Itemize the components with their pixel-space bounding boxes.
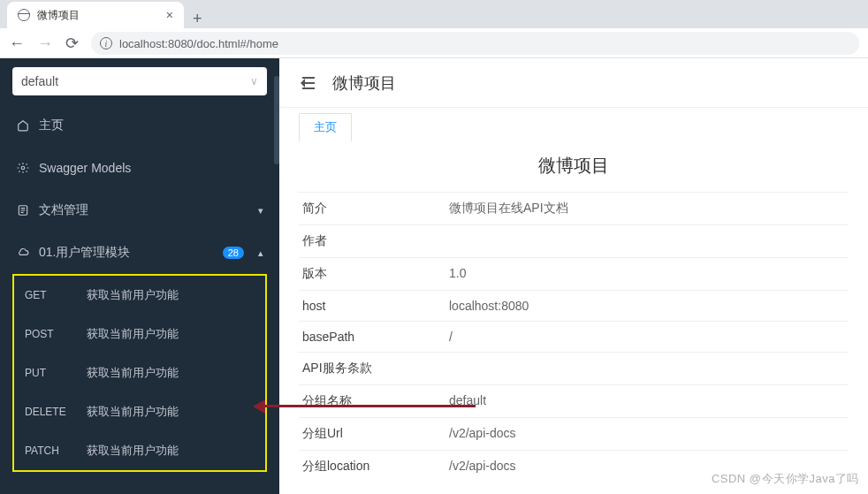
chevron-up-icon: ▴	[258, 247, 263, 259]
svg-point-0	[21, 166, 25, 170]
browser-toolbar: ← → ⟳ i localhost:8080/doc.html#/home	[0, 28, 868, 58]
browser-chrome: 微博项目 × + ← → ⟳ i localhost:8080/doc.html…	[0, 0, 868, 58]
tabs-row: 主页	[279, 108, 868, 141]
new-tab-button[interactable]: +	[184, 10, 211, 28]
reload-button[interactable]: ⟳	[65, 34, 79, 53]
info-label: 作者	[299, 233, 449, 249]
docs-icon	[16, 203, 30, 217]
cloud-icon	[16, 246, 30, 260]
info-row: basePath/	[299, 321, 849, 352]
chevron-down-icon: ▾	[258, 205, 263, 217]
info-row: API服务条款	[299, 352, 849, 384]
api-name: 获取当前用户功能	[87, 365, 179, 381]
info-row: 作者	[299, 224, 849, 257]
forward-button[interactable]: →	[37, 34, 53, 53]
page-title: 微博项目	[299, 154, 849, 178]
tab-label: 主页	[314, 120, 337, 133]
sidebar-item-label: 文档管理	[39, 202, 88, 218]
info-value: /v2/api-docs	[449, 459, 515, 475]
method-badge: PATCH	[25, 445, 71, 457]
site-info-icon[interactable]: i	[100, 37, 112, 49]
api-item-delete[interactable]: DELETE 获取当前用户功能	[14, 392, 265, 431]
main-panel: 微博项目 主页 微博项目 简介微博项目在线API文档 作者 版本1.0 host…	[279, 58, 868, 494]
sidebar-item-home[interactable]: 主页	[0, 104, 279, 147]
info-row: hostlocalhost:8080	[299, 290, 849, 321]
method-badge: PUT	[25, 367, 71, 379]
info-row: 简介微博项目在线API文档	[299, 192, 849, 224]
tab-bar: 微博项目 × +	[0, 0, 868, 28]
info-row: 分组名称default	[299, 384, 849, 417]
sidebar-item-label: 01.用户管理模块	[39, 245, 130, 261]
api-name: 获取当前用户功能	[87, 404, 179, 420]
browser-tab[interactable]: 微博项目 ×	[7, 2, 184, 28]
close-icon[interactable]: ×	[166, 8, 173, 22]
sidebar-toggle-icon[interactable]	[299, 77, 315, 89]
method-badge: POST	[25, 328, 71, 340]
count-badge: 28	[223, 247, 244, 259]
url-bar[interactable]: i localhost:8080/doc.html#/home	[91, 32, 859, 55]
info-row: 版本1.0	[299, 257, 849, 290]
tab-home[interactable]: 主页	[299, 113, 352, 141]
tab-title: 微博项目	[37, 8, 80, 23]
selector-value: default	[21, 74, 58, 88]
sidebar-item-docs[interactable]: 文档管理 ▾	[0, 189, 279, 232]
info-label: host	[299, 299, 449, 313]
info-value: /v2/api-docs	[449, 426, 515, 442]
chevron-down-icon: ∨	[250, 75, 258, 87]
content-area: 微博项目 简介微博项目在线API文档 作者 版本1.0 hostlocalhos…	[279, 141, 868, 483]
sidebar: default ∨ 主页 Swagger Models 文档管理 ▾	[0, 58, 279, 494]
sidebar-item-models[interactable]: Swagger Models	[0, 147, 279, 189]
models-icon	[16, 161, 30, 175]
info-label: basePath	[299, 330, 449, 344]
info-label: 分组Url	[299, 426, 449, 442]
app-container: default ∨ 主页 Swagger Models 文档管理 ▾	[0, 58, 868, 494]
info-value: /	[449, 330, 453, 344]
watermark: CSDN @今天你学Java了吗	[712, 471, 859, 487]
api-name: 获取当前用户功能	[87, 443, 179, 459]
sidebar-item-user-module[interactable]: 01.用户管理模块 28 ▴	[0, 232, 279, 274]
info-label: 版本	[299, 266, 449, 282]
info-value: 微博项目在线API文档	[449, 201, 568, 217]
api-item-post[interactable]: POST 获取当前用户功能	[14, 315, 265, 353]
info-label: API服务条款	[299, 361, 449, 376]
back-button[interactable]: ←	[9, 34, 25, 53]
info-value: localhost:8080	[449, 299, 529, 313]
main-header: 微博项目	[279, 58, 868, 108]
annotation-arrow	[255, 405, 476, 407]
header-title: 微博项目	[332, 72, 396, 94]
group-selector[interactable]: default ∨	[12, 67, 267, 95]
info-table: 简介微博项目在线API文档 作者 版本1.0 hostlocalhost:808…	[299, 192, 849, 483]
globe-icon	[18, 9, 30, 21]
info-value: 1.0	[449, 266, 466, 282]
info-row: 分组Url/v2/api-docs	[299, 417, 849, 450]
info-label: 简介	[299, 201, 449, 217]
info-label: 分组location	[299, 459, 449, 475]
url-text: localhost:8080/doc.html#/home	[119, 37, 278, 50]
api-item-get[interactable]: GET 获取当前用户功能	[14, 276, 265, 315]
sidebar-item-label: 主页	[39, 118, 64, 133]
home-icon	[16, 118, 30, 133]
api-item-patch[interactable]: PATCH 获取当前用户功能	[14, 431, 265, 470]
api-name: 获取当前用户功能	[87, 326, 179, 342]
sidebar-item-label: Swagger Models	[39, 161, 131, 175]
api-item-put[interactable]: PUT 获取当前用户功能	[14, 353, 265, 392]
method-badge: GET	[25, 289, 71, 301]
api-list-highlighted: GET 获取当前用户功能 POST 获取当前用户功能 PUT 获取当前用户功能 …	[12, 274, 267, 472]
api-name: 获取当前用户功能	[87, 287, 179, 303]
method-badge: DELETE	[25, 406, 71, 418]
